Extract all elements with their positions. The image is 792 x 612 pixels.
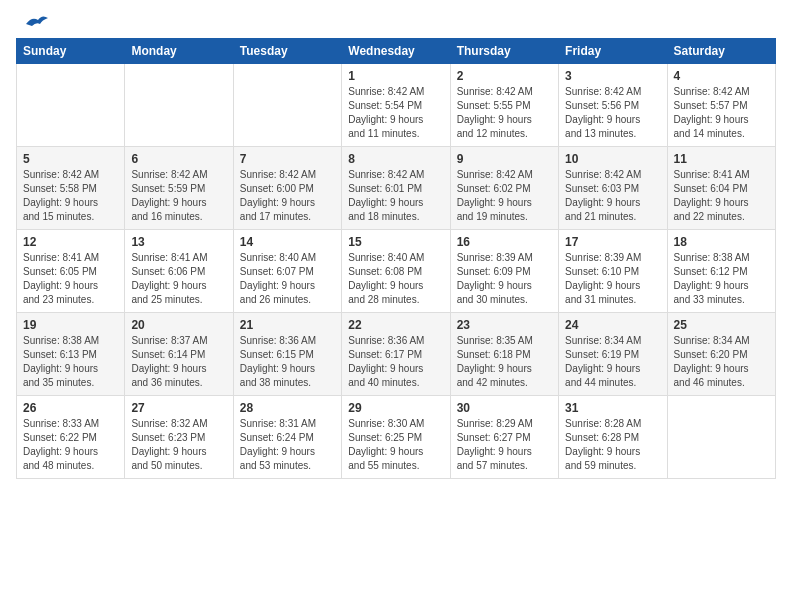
- day-info: Sunrise: 8:36 AM Sunset: 6:15 PM Dayligh…: [240, 334, 335, 390]
- day-number: 8: [348, 152, 443, 166]
- calendar-day-cell: 3Sunrise: 8:42 AM Sunset: 5:56 PM Daylig…: [559, 64, 667, 147]
- day-number: 12: [23, 235, 118, 249]
- calendar-day-cell: 15Sunrise: 8:40 AM Sunset: 6:08 PM Dayli…: [342, 230, 450, 313]
- day-info: Sunrise: 8:39 AM Sunset: 6:09 PM Dayligh…: [457, 251, 552, 307]
- calendar-day-cell: 27Sunrise: 8:32 AM Sunset: 6:23 PM Dayli…: [125, 396, 233, 479]
- day-number: 14: [240, 235, 335, 249]
- day-number: 3: [565, 69, 660, 83]
- day-number: 23: [457, 318, 552, 332]
- calendar-body: 1Sunrise: 8:42 AM Sunset: 5:54 PM Daylig…: [17, 64, 776, 479]
- weekday-header-cell: Thursday: [450, 39, 558, 64]
- weekday-header-cell: Monday: [125, 39, 233, 64]
- day-number: 22: [348, 318, 443, 332]
- calendar-day-cell: 31Sunrise: 8:28 AM Sunset: 6:28 PM Dayli…: [559, 396, 667, 479]
- day-info: Sunrise: 8:42 AM Sunset: 5:58 PM Dayligh…: [23, 168, 118, 224]
- calendar-week-row: 26Sunrise: 8:33 AM Sunset: 6:22 PM Dayli…: [17, 396, 776, 479]
- calendar-table: SundayMondayTuesdayWednesdayThursdayFrid…: [16, 38, 776, 479]
- day-info: Sunrise: 8:40 AM Sunset: 6:08 PM Dayligh…: [348, 251, 443, 307]
- calendar-day-cell: 24Sunrise: 8:34 AM Sunset: 6:19 PM Dayli…: [559, 313, 667, 396]
- calendar-day-cell: 30Sunrise: 8:29 AM Sunset: 6:27 PM Dayli…: [450, 396, 558, 479]
- day-info: Sunrise: 8:37 AM Sunset: 6:14 PM Dayligh…: [131, 334, 226, 390]
- day-info: Sunrise: 8:38 AM Sunset: 6:13 PM Dayligh…: [23, 334, 118, 390]
- day-number: 30: [457, 401, 552, 415]
- day-info: Sunrise: 8:42 AM Sunset: 6:03 PM Dayligh…: [565, 168, 660, 224]
- day-info: Sunrise: 8:32 AM Sunset: 6:23 PM Dayligh…: [131, 417, 226, 473]
- calendar-day-cell: 7Sunrise: 8:42 AM Sunset: 6:00 PM Daylig…: [233, 147, 341, 230]
- calendar-day-cell: 4Sunrise: 8:42 AM Sunset: 5:57 PM Daylig…: [667, 64, 775, 147]
- calendar-day-cell: 26Sunrise: 8:33 AM Sunset: 6:22 PM Dayli…: [17, 396, 125, 479]
- day-info: Sunrise: 8:41 AM Sunset: 6:04 PM Dayligh…: [674, 168, 769, 224]
- day-info: Sunrise: 8:31 AM Sunset: 6:24 PM Dayligh…: [240, 417, 335, 473]
- calendar-day-cell: 1Sunrise: 8:42 AM Sunset: 5:54 PM Daylig…: [342, 64, 450, 147]
- day-number: 29: [348, 401, 443, 415]
- day-number: 25: [674, 318, 769, 332]
- day-info: Sunrise: 8:40 AM Sunset: 6:07 PM Dayligh…: [240, 251, 335, 307]
- page-header: [16, 16, 776, 30]
- day-number: 9: [457, 152, 552, 166]
- calendar-day-cell: 29Sunrise: 8:30 AM Sunset: 6:25 PM Dayli…: [342, 396, 450, 479]
- day-number: 10: [565, 152, 660, 166]
- calendar-day-cell: 9Sunrise: 8:42 AM Sunset: 6:02 PM Daylig…: [450, 147, 558, 230]
- calendar-day-cell: 21Sunrise: 8:36 AM Sunset: 6:15 PM Dayli…: [233, 313, 341, 396]
- day-number: 27: [131, 401, 226, 415]
- calendar-day-cell: 2Sunrise: 8:42 AM Sunset: 5:55 PM Daylig…: [450, 64, 558, 147]
- weekday-header-cell: Tuesday: [233, 39, 341, 64]
- day-info: Sunrise: 8:34 AM Sunset: 6:20 PM Dayligh…: [674, 334, 769, 390]
- day-number: 13: [131, 235, 226, 249]
- calendar-day-cell: [125, 64, 233, 147]
- day-info: Sunrise: 8:42 AM Sunset: 6:00 PM Dayligh…: [240, 168, 335, 224]
- calendar-day-cell: 16Sunrise: 8:39 AM Sunset: 6:09 PM Dayli…: [450, 230, 558, 313]
- calendar-day-cell: 6Sunrise: 8:42 AM Sunset: 5:59 PM Daylig…: [125, 147, 233, 230]
- logo: [16, 16, 50, 30]
- calendar-day-cell: 11Sunrise: 8:41 AM Sunset: 6:04 PM Dayli…: [667, 147, 775, 230]
- calendar-day-cell: 28Sunrise: 8:31 AM Sunset: 6:24 PM Dayli…: [233, 396, 341, 479]
- day-number: 28: [240, 401, 335, 415]
- weekday-header-row: SundayMondayTuesdayWednesdayThursdayFrid…: [17, 39, 776, 64]
- calendar-day-cell: 10Sunrise: 8:42 AM Sunset: 6:03 PM Dayli…: [559, 147, 667, 230]
- day-info: Sunrise: 8:39 AM Sunset: 6:10 PM Dayligh…: [565, 251, 660, 307]
- day-info: Sunrise: 8:42 AM Sunset: 6:01 PM Dayligh…: [348, 168, 443, 224]
- day-info: Sunrise: 8:42 AM Sunset: 5:59 PM Dayligh…: [131, 168, 226, 224]
- calendar-day-cell: 25Sunrise: 8:34 AM Sunset: 6:20 PM Dayli…: [667, 313, 775, 396]
- calendar-day-cell: [233, 64, 341, 147]
- day-number: 15: [348, 235, 443, 249]
- day-info: Sunrise: 8:35 AM Sunset: 6:18 PM Dayligh…: [457, 334, 552, 390]
- calendar-week-row: 1Sunrise: 8:42 AM Sunset: 5:54 PM Daylig…: [17, 64, 776, 147]
- day-info: Sunrise: 8:38 AM Sunset: 6:12 PM Dayligh…: [674, 251, 769, 307]
- day-info: Sunrise: 8:42 AM Sunset: 5:55 PM Dayligh…: [457, 85, 552, 141]
- day-number: 26: [23, 401, 118, 415]
- day-number: 1: [348, 69, 443, 83]
- calendar-day-cell: 22Sunrise: 8:36 AM Sunset: 6:17 PM Dayli…: [342, 313, 450, 396]
- day-number: 20: [131, 318, 226, 332]
- calendar-week-row: 19Sunrise: 8:38 AM Sunset: 6:13 PM Dayli…: [17, 313, 776, 396]
- logo-bird-icon: [18, 14, 50, 34]
- day-info: Sunrise: 8:41 AM Sunset: 6:05 PM Dayligh…: [23, 251, 118, 307]
- day-number: 31: [565, 401, 660, 415]
- day-info: Sunrise: 8:34 AM Sunset: 6:19 PM Dayligh…: [565, 334, 660, 390]
- day-info: Sunrise: 8:42 AM Sunset: 5:56 PM Dayligh…: [565, 85, 660, 141]
- calendar-week-row: 12Sunrise: 8:41 AM Sunset: 6:05 PM Dayli…: [17, 230, 776, 313]
- day-info: Sunrise: 8:42 AM Sunset: 5:54 PM Dayligh…: [348, 85, 443, 141]
- weekday-header-cell: Friday: [559, 39, 667, 64]
- calendar-day-cell: [667, 396, 775, 479]
- day-number: 4: [674, 69, 769, 83]
- weekday-header-cell: Saturday: [667, 39, 775, 64]
- calendar-day-cell: 18Sunrise: 8:38 AM Sunset: 6:12 PM Dayli…: [667, 230, 775, 313]
- calendar-day-cell: 5Sunrise: 8:42 AM Sunset: 5:58 PM Daylig…: [17, 147, 125, 230]
- day-number: 24: [565, 318, 660, 332]
- day-info: Sunrise: 8:30 AM Sunset: 6:25 PM Dayligh…: [348, 417, 443, 473]
- day-number: 11: [674, 152, 769, 166]
- calendar-day-cell: 20Sunrise: 8:37 AM Sunset: 6:14 PM Dayli…: [125, 313, 233, 396]
- calendar-day-cell: 13Sunrise: 8:41 AM Sunset: 6:06 PM Dayli…: [125, 230, 233, 313]
- weekday-header-cell: Wednesday: [342, 39, 450, 64]
- day-number: 17: [565, 235, 660, 249]
- calendar-day-cell: 8Sunrise: 8:42 AM Sunset: 6:01 PM Daylig…: [342, 147, 450, 230]
- calendar-day-cell: 12Sunrise: 8:41 AM Sunset: 6:05 PM Dayli…: [17, 230, 125, 313]
- day-number: 16: [457, 235, 552, 249]
- calendar-week-row: 5Sunrise: 8:42 AM Sunset: 5:58 PM Daylig…: [17, 147, 776, 230]
- day-number: 7: [240, 152, 335, 166]
- calendar-day-cell: [17, 64, 125, 147]
- calendar-day-cell: 14Sunrise: 8:40 AM Sunset: 6:07 PM Dayli…: [233, 230, 341, 313]
- day-info: Sunrise: 8:28 AM Sunset: 6:28 PM Dayligh…: [565, 417, 660, 473]
- day-info: Sunrise: 8:29 AM Sunset: 6:27 PM Dayligh…: [457, 417, 552, 473]
